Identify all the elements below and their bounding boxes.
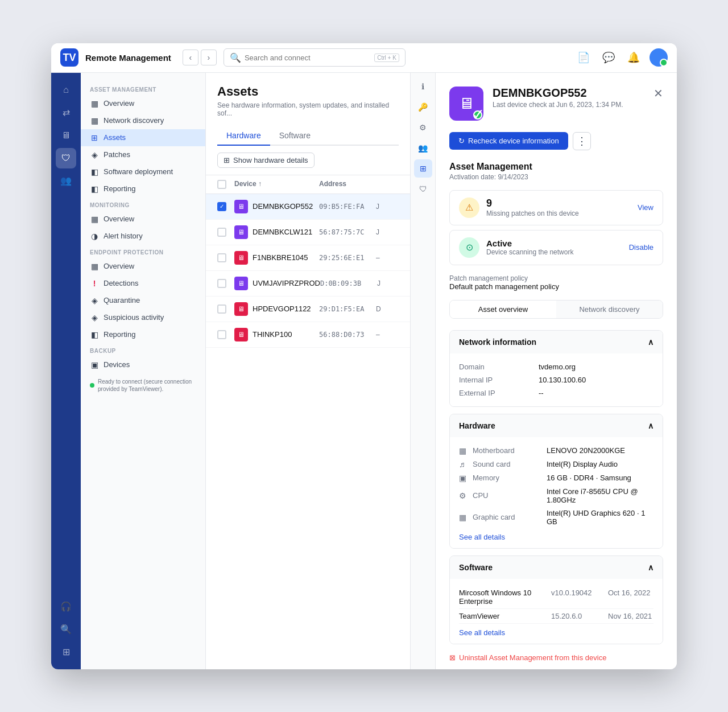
rail-shield[interactable]: 🛡 bbox=[56, 148, 76, 168]
section-asset-management: ASSET MANAGEMENT bbox=[81, 82, 205, 95]
sidebar-item-overview-monitoring[interactable]: ▦ Overview bbox=[81, 211, 205, 228]
rail-arrows[interactable]: ⇄ bbox=[56, 102, 76, 123]
assets-header: Assets See hardware information, system … bbox=[206, 73, 410, 146]
active-status: Active bbox=[486, 238, 622, 248]
sidebar-item-network-discovery[interactable]: ▦ Network discovery bbox=[81, 112, 205, 129]
recheck-button[interactable]: ↻ Recheck device information bbox=[449, 132, 568, 150]
hardware-icon: ⊞ bbox=[224, 156, 230, 164]
see-all-hardware-link[interactable]: See all details bbox=[459, 533, 653, 541]
hw-value: Intel(R) Display Audio bbox=[547, 460, 653, 468]
rail-search[interactable]: 🔍 bbox=[56, 619, 76, 640]
more-options-button[interactable]: ⋮ bbox=[573, 132, 591, 150]
sidebar-item-overview-asset[interactable]: ▦ Overview bbox=[81, 95, 205, 112]
back-button[interactable]: ‹ bbox=[183, 50, 198, 65]
sidebar-item-quarantine[interactable]: ◈ Quarantine bbox=[81, 292, 205, 309]
uninstall-button[interactable]: ⊠ Uninstall Asset Management from this d… bbox=[449, 653, 606, 662]
nav-buttons: ‹ › bbox=[183, 50, 217, 65]
detail-header: 🖥 ✓ DEMNBKGOP552 Last device check at Ju… bbox=[449, 87, 663, 121]
info-tool-button[interactable]: ℹ bbox=[414, 77, 432, 96]
tab-asset-overview[interactable]: Asset overview bbox=[450, 301, 556, 318]
device-icon: 🖥 bbox=[234, 225, 248, 239]
grid-tool-button[interactable]: ⊞ bbox=[414, 159, 432, 178]
table-row[interactable]: 🖥 THINKP100 56:88:D0:73 – bbox=[206, 322, 410, 348]
device-icon: 🖥 bbox=[234, 251, 248, 265]
search-input[interactable] bbox=[245, 53, 371, 62]
avatar[interactable] bbox=[650, 48, 668, 67]
row-checkbox bbox=[217, 304, 234, 314]
tab-hardware[interactable]: Hardware bbox=[217, 126, 270, 146]
quarantine-icon: ◈ bbox=[90, 296, 99, 305]
software-body: Mircosoft Windows 10 Enterprise v10.0.19… bbox=[450, 579, 663, 644]
app-title: Remote Management bbox=[85, 53, 171, 63]
rail-users[interactable]: 👥 bbox=[56, 171, 76, 191]
table-row[interactable]: 🖥 UVMJAVIPRZPROD D:0B:09:3B J bbox=[206, 271, 410, 297]
sidebar-item-label: Software deployment bbox=[104, 167, 173, 176]
device-status: J bbox=[376, 228, 399, 236]
main-layout: ⌂ ⇄ 🖥 🛡 👥 🎧 🔍 ⊞ ASSET MANAGEMENT ▦ Overv… bbox=[51, 73, 677, 669]
hardware-row: ▣ Memory 16 GB · DDR4 · Samsung bbox=[459, 471, 653, 485]
policy-row: Patch management policy Default patch ma… bbox=[449, 274, 663, 291]
bell-icon-button[interactable]: 🔔 bbox=[624, 48, 643, 67]
close-button[interactable]: ✕ bbox=[653, 87, 663, 100]
sidebar-item-software-deployment[interactable]: ◧ Software deployment bbox=[81, 163, 205, 180]
table-row[interactable]: ✓ 🖥 DEMNBKGOP552 09:B5:FE:FA J bbox=[206, 194, 410, 220]
device-name: DEMNBKCLW121 bbox=[253, 228, 312, 236]
policy-label: Patch management policy bbox=[449, 274, 559, 282]
warning-icon: ⚠ bbox=[459, 197, 479, 218]
users-tool-button[interactable]: 👥 bbox=[414, 139, 432, 157]
assets-table: Device ↑ Address ✓ 🖥 DEMNBKGOP552 09:B5:… bbox=[206, 175, 410, 669]
hardware-row: ▦ Graphic card Intel(R) UHD Graphics 620… bbox=[459, 507, 653, 528]
rail-home[interactable]: ⌂ bbox=[56, 80, 76, 100]
sidebar-item-reporting-endpoint[interactable]: ◧ Reporting bbox=[81, 326, 205, 343]
col-address: Address bbox=[319, 180, 376, 189]
settings-tool-button[interactable]: ⚙ bbox=[414, 118, 432, 137]
disable-link[interactable]: Disable bbox=[629, 243, 653, 252]
rail-grid[interactable]: ⊞ bbox=[56, 642, 76, 662]
device-icon: 🖥 bbox=[234, 277, 248, 290]
sidebar-item-alert-history[interactable]: ◑ Alert history bbox=[81, 228, 205, 245]
software-header[interactable]: Software ∧ bbox=[450, 556, 663, 579]
tab-software[interactable]: Software bbox=[270, 126, 320, 146]
see-all-software-link[interactable]: See all details bbox=[459, 628, 653, 637]
policy-value: Default patch management policy bbox=[449, 282, 559, 291]
row-checkbox bbox=[217, 330, 234, 339]
sidebar-item-label: Quarantine bbox=[104, 296, 140, 304]
hw-label: Graphic card bbox=[473, 513, 547, 521]
sidebar-item-detections[interactable]: ! Detections bbox=[81, 275, 205, 292]
sidebar-item-overview-endpoint[interactable]: ▦ Overview bbox=[81, 258, 205, 275]
network-discovery-icon: ▦ bbox=[90, 116, 99, 125]
patches-label: Missing patches on this device bbox=[486, 209, 631, 217]
sidebar-item-label: Alert history bbox=[104, 232, 143, 240]
show-hardware-details-button[interactable]: ⊞ Show hardware details bbox=[217, 153, 315, 168]
tab-network-discovery[interactable]: Network discovery bbox=[556, 301, 663, 318]
sidebar-item-patches[interactable]: ◈ Patches bbox=[81, 146, 205, 163]
table-row[interactable]: 🖥 F1NBKBRE1045 29:25:6E:E1 – bbox=[206, 245, 410, 271]
shield-tool-button[interactable]: 🛡 bbox=[414, 180, 432, 198]
table-row[interactable]: 🖥 DEMNBKCLW121 56:87:75:7C J bbox=[206, 220, 410, 245]
icon-toolbar: ℹ 🔑 ⚙ 👥 ⊞ 🛡 bbox=[411, 73, 436, 669]
hardware-header[interactable]: Hardware ∧ bbox=[450, 414, 663, 437]
patches-count: 9 bbox=[486, 197, 631, 209]
sidebar-item-suspicious-activity[interactable]: ◈ Suspicious activity bbox=[81, 309, 205, 326]
sidebar-item-assets[interactable]: ⊞ Assets bbox=[81, 129, 205, 146]
file-icon-button[interactable]: 📄 bbox=[574, 48, 593, 67]
rail-monitor[interactable]: 🖥 bbox=[56, 125, 76, 146]
search-bar[interactable]: 🔍 Ctrl + K bbox=[224, 48, 406, 67]
alert-icon: ◑ bbox=[90, 232, 99, 241]
row-checkbox bbox=[217, 253, 234, 262]
network-info-header[interactable]: Network information ∧ bbox=[450, 331, 663, 353]
hw-icon: ♬ bbox=[459, 460, 473, 469]
sidebar-item-devices-backup[interactable]: ▣ Devices bbox=[81, 356, 205, 373]
view-patches-link[interactable]: View bbox=[638, 203, 653, 212]
hardware-section: Hardware ∧ ▦ Motherboard LENOVO 20N2000K… bbox=[449, 414, 663, 549]
chat-icon-button[interactable]: 💬 bbox=[599, 48, 618, 67]
device-status: D bbox=[376, 305, 399, 313]
rail-headset[interactable]: 🎧 bbox=[56, 596, 76, 617]
sidebar-item-label: Patches bbox=[104, 150, 130, 159]
sidebar-item-reporting-asset[interactable]: ◧ Reporting bbox=[81, 180, 205, 197]
table-row[interactable]: 🖥 HPDEVGOP1122 29:D1:F5:EA D bbox=[206, 297, 410, 322]
ep-reporting-icon: ◧ bbox=[90, 330, 99, 339]
key-tool-button[interactable]: 🔑 bbox=[414, 98, 432, 116]
sidebar-item-label: Suspicious activity bbox=[104, 313, 164, 322]
forward-button[interactable]: › bbox=[201, 50, 217, 65]
